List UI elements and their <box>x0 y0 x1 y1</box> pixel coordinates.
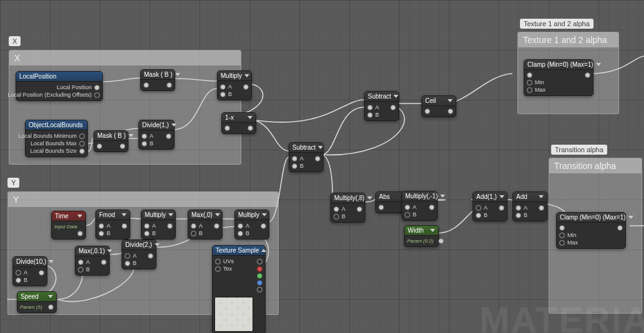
node-ceil[interactable]: Ceil <box>421 95 456 117</box>
input-pin-a[interactable] <box>292 156 297 162</box>
node-localposition[interactable]: LocalPosition Local Position Local Posit… <box>16 71 103 101</box>
input-pin-b[interactable] <box>144 231 150 236</box>
chevron-down-icon[interactable] <box>77 215 82 218</box>
chevron-down-icon[interactable] <box>244 74 249 77</box>
chevron-down-icon[interactable] <box>318 146 323 149</box>
input-pin-a[interactable] <box>220 84 226 90</box>
chevron-down-icon[interactable] <box>628 216 633 219</box>
input-pin-a[interactable] <box>99 223 104 229</box>
output-pin[interactable] <box>122 223 127 229</box>
input-pin-b[interactable] <box>334 214 339 220</box>
input-pin-max[interactable] <box>527 87 532 93</box>
chevron-down-icon[interactable] <box>168 213 173 216</box>
comment-tab-x[interactable]: X <box>9 36 21 46</box>
output-pin[interactable] <box>539 205 544 211</box>
node-multiply-neg1[interactable]: Multiply(,-1) A B <box>401 191 438 221</box>
chevron-down-icon[interactable] <box>393 95 398 98</box>
output-pin[interactable] <box>438 238 444 244</box>
output-pin[interactable] <box>101 259 107 265</box>
input-pin-a[interactable] <box>142 133 147 139</box>
node-texture-sample[interactable]: Texture Sample UVs Tex <box>212 245 266 333</box>
input-pin-b[interactable] <box>292 163 297 169</box>
input-pin-b[interactable] <box>16 278 21 283</box>
node-fmod[interactable]: Fmod A B <box>95 210 130 239</box>
input-pin-a[interactable] <box>516 205 521 211</box>
chevron-down-icon[interactable] <box>448 99 453 102</box>
chevron-down-icon[interactable] <box>440 195 445 198</box>
input-pin-a[interactable] <box>367 105 373 110</box>
output-pin[interactable] <box>617 225 623 231</box>
input-pin-b[interactable] <box>78 267 84 273</box>
input-pin-a[interactable] <box>144 223 150 229</box>
node-time[interactable]: Time Input Data <box>51 211 86 239</box>
output-pin[interactable] <box>243 84 249 90</box>
input-pin-b[interactable] <box>367 112 373 118</box>
chevron-down-icon[interactable] <box>48 295 53 298</box>
chevron-down-icon[interactable] <box>596 63 601 66</box>
node-speed[interactable]: Speed Param (5) <box>17 291 57 313</box>
input-pin-b[interactable] <box>191 231 196 236</box>
node-oneminusx[interactable]: 1-x <box>221 112 256 134</box>
node-divide-1[interactable]: Divide(1,) A B <box>138 120 175 150</box>
output-pin[interactable] <box>166 133 171 139</box>
input-pin[interactable] <box>559 225 565 231</box>
output-pin[interactable] <box>248 125 253 131</box>
output-pin[interactable] <box>79 141 85 147</box>
node-add[interactable]: Add A B <box>512 191 547 221</box>
node-divide-10[interactable]: Divide(10,) A B <box>12 256 47 286</box>
input-pin-b[interactable] <box>220 92 226 97</box>
node-multiply-8[interactable]: Multiply(,8) A B <box>330 193 365 223</box>
input-pin-uvs[interactable] <box>215 259 221 264</box>
input-pin-b[interactable] <box>125 261 130 266</box>
input-pin-a[interactable] <box>191 223 196 229</box>
node-multiply-1[interactable]: Multiply A B <box>217 70 252 100</box>
output-pin[interactable] <box>390 105 396 110</box>
output-pin[interactable] <box>499 205 504 211</box>
node-width[interactable]: Width Param (0.2) <box>404 225 439 247</box>
input-pin[interactable] <box>143 82 149 88</box>
chevron-down-icon[interactable] <box>155 243 160 246</box>
output-pin[interactable] <box>429 205 435 210</box>
output-pin[interactable] <box>357 206 362 212</box>
node-max-01[interactable]: Max(,0.1) A B <box>75 246 110 276</box>
input-pin-a[interactable] <box>334 206 339 212</box>
input-pin[interactable] <box>378 205 384 210</box>
output-pin[interactable] <box>48 304 54 310</box>
output-pin-r[interactable] <box>257 266 262 272</box>
input-pin-tex[interactable] <box>215 266 221 272</box>
chevron-down-icon[interactable] <box>499 195 504 198</box>
output-pin-a[interactable] <box>257 287 262 292</box>
chevron-down-icon[interactable] <box>262 213 267 216</box>
node-objectlocalbounds[interactable]: ObjectLocalBounds Local Bounds Minimum L… <box>25 120 88 157</box>
input-pin-min[interactable] <box>527 80 532 85</box>
output-pin[interactable] <box>585 72 590 78</box>
output-pin[interactable] <box>94 92 100 98</box>
comment-tab-y[interactable]: Y <box>7 178 19 188</box>
input-pin-max[interactable] <box>559 240 565 246</box>
output-pin[interactable] <box>39 270 44 276</box>
input-pin-b[interactable] <box>405 212 410 218</box>
output-pin[interactable] <box>79 133 85 139</box>
output-pin[interactable] <box>315 156 320 162</box>
comment-tab-tex[interactable]: Texture 1 and 2 alpha <box>520 19 594 29</box>
output-pin[interactable] <box>448 109 453 114</box>
chevron-down-icon[interactable] <box>128 134 133 137</box>
node-clamp-1[interactable]: Clamp (Min=0) (Max=1) Min Max <box>524 59 594 96</box>
input-pin-a[interactable] <box>405 205 410 210</box>
output-pin-g[interactable] <box>257 273 262 279</box>
node-add-1[interactable]: Add(1,) A B <box>473 191 507 221</box>
chevron-down-icon[interactable] <box>107 249 112 253</box>
node-max-0[interactable]: Max(,0) A B <box>188 210 223 239</box>
chevron-down-icon[interactable] <box>248 116 252 119</box>
output-pin-rgb[interactable] <box>257 259 262 264</box>
chevron-down-icon[interactable] <box>367 196 372 200</box>
output-pin[interactable] <box>167 223 173 229</box>
output-pin[interactable] <box>214 223 219 229</box>
output-pin[interactable] <box>77 231 83 236</box>
input-pin[interactable] <box>425 109 430 114</box>
input-pin[interactable] <box>97 143 102 149</box>
input-pin[interactable] <box>527 72 532 78</box>
chevron-down-icon[interactable] <box>171 123 176 127</box>
node-mask-b-2[interactable]: Mask ( B ) <box>94 130 128 152</box>
input-pin-b[interactable] <box>99 231 104 236</box>
